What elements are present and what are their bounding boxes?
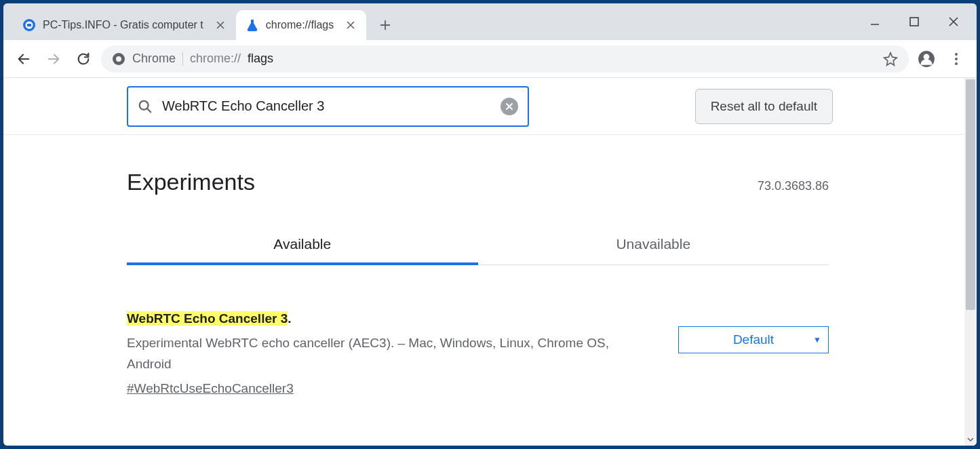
flag-hash-link[interactable]: #WebRtcUseEchoCanceller3	[127, 378, 294, 399]
svg-point-9	[955, 58, 958, 60]
flag-description: Experimental WebRTC echo canceller (AEC3…	[127, 333, 651, 374]
forward-button[interactable]	[41, 47, 66, 71]
reset-all-label: Reset all to default	[711, 99, 817, 114]
heading-row: Experiments 73.0.3683.86	[127, 169, 829, 195]
flags-inner: Experiments 73.0.3683.86 Available Unava…	[3, 135, 964, 399]
tab-available-label: Available	[273, 236, 331, 252]
reset-all-button[interactable]: Reset all to default	[695, 89, 833, 124]
minimize-icon[interactable]	[868, 15, 882, 28]
url-path: flags	[248, 52, 273, 66]
browser-toolbar: Chrome chrome://flags	[3, 40, 977, 78]
back-button[interactable]	[12, 47, 36, 71]
flags-page: Reset all to default Experiments 73.0.36…	[3, 78, 964, 446]
close-window-icon[interactable]	[947, 15, 960, 28]
reload-button[interactable]	[71, 47, 96, 71]
tab-unavailable[interactable]: Unavailable	[478, 236, 829, 265]
svg-point-7	[924, 54, 930, 60]
new-tab-button[interactable]	[373, 13, 397, 37]
svg-rect-2	[27, 24, 31, 26]
tab-inactive-title: PC-Tips.INFO - Gratis computer t	[43, 19, 203, 31]
flag-row: WebRTC Echo Canceller 3. Experimental We…	[127, 309, 829, 399]
svg-point-8	[955, 53, 958, 56]
close-tab-icon[interactable]	[345, 19, 357, 31]
svg-point-5	[116, 56, 121, 62]
svg-point-10	[955, 62, 958, 65]
scrollbar[interactable]	[964, 78, 977, 446]
address-bar[interactable]: Chrome chrome://flags	[101, 45, 909, 73]
omnibox-divider	[182, 52, 183, 66]
svg-rect-3	[910, 18, 918, 26]
browser-window: PC-Tips.INFO - Gratis computer t chrome:…	[3, 3, 977, 446]
flask-icon	[246, 18, 259, 32]
tab-inactive[interactable]: PC-Tips.INFO - Gratis computer t	[13, 10, 236, 40]
search-input[interactable]	[162, 98, 491, 114]
page-viewport: Reset all to default Experiments 73.0.36…	[3, 78, 977, 446]
flag-text: WebRTC Echo Canceller 3. Experimental We…	[127, 309, 651, 399]
flag-title-tail: .	[288, 311, 291, 326]
clear-search-icon[interactable]	[501, 98, 518, 115]
tab-unavailable-label: Unavailable	[616, 236, 690, 252]
tab-active[interactable]: chrome://flags	[236, 10, 366, 40]
bookmark-star-icon[interactable]	[883, 52, 898, 66]
chrome-icon	[112, 52, 125, 66]
close-tab-icon[interactable]	[214, 19, 227, 31]
flag-title: WebRTC Echo Canceller 3.	[127, 309, 651, 329]
tabs-bar: Available Unavailable	[127, 236, 829, 265]
search-box[interactable]	[127, 86, 529, 127]
search-icon	[138, 99, 153, 114]
tab-active-title: chrome://flags	[266, 19, 334, 31]
window-controls	[868, 3, 973, 40]
kebab-menu-icon[interactable]	[944, 47, 968, 71]
scroll-thumb[interactable]	[966, 79, 975, 310]
page-title: Experiments	[127, 169, 255, 195]
chevron-down-icon: ▼	[813, 335, 821, 345]
search-row: Reset all to default	[3, 78, 964, 135]
version-label: 73.0.3683.86	[758, 179, 829, 193]
tab-strip: PC-Tips.INFO - Gratis computer t chrome:…	[3, 3, 977, 40]
maximize-icon[interactable]	[907, 15, 921, 28]
scroll-down-icon[interactable]	[964, 433, 977, 446]
tab-available[interactable]: Available	[127, 236, 478, 265]
flag-select-value: Default	[733, 332, 774, 347]
flag-select[interactable]: Default ▼	[678, 326, 829, 353]
favicon-pctips	[22, 18, 36, 32]
flag-title-highlight: WebRTC Echo Canceller 3	[127, 311, 288, 326]
url-scheme: chrome://	[190, 52, 241, 66]
omnibox-label: Chrome	[132, 52, 176, 66]
profile-button[interactable]	[914, 47, 939, 71]
